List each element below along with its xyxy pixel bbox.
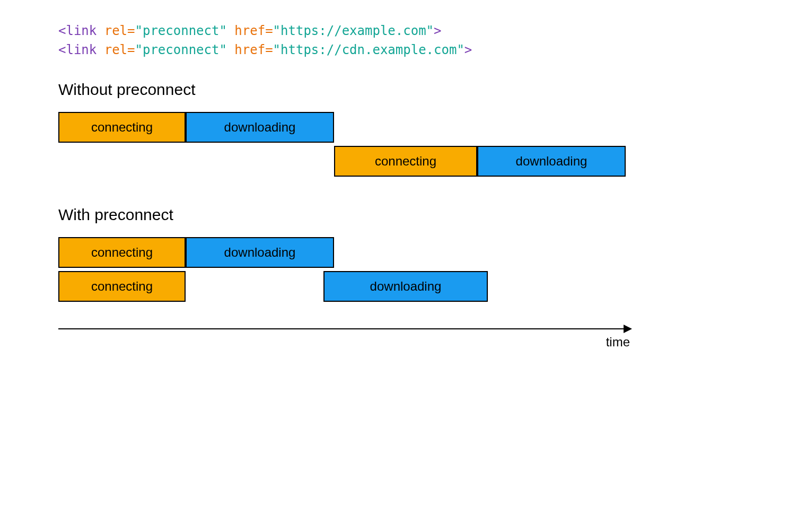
timeline-row: connecting downloading <box>58 112 626 143</box>
timeline-with-preconnect: connecting downloading connecting downlo… <box>58 237 626 302</box>
axis-label: time <box>58 335 631 350</box>
timeline-row: connecting downloading <box>58 146 626 177</box>
attr-name: rel= <box>104 23 135 38</box>
attr-value: "preconnect" <box>135 23 235 38</box>
code-line-2: <link rel="preconnect" href="https://cdn… <box>58 40 731 59</box>
code-snippet: <link rel="preconnect" href="https://exa… <box>58 21 731 59</box>
attr-name: rel= <box>104 42 135 57</box>
attr-name: href= <box>234 23 273 38</box>
timeline-row: connecting downloading <box>58 271 626 302</box>
attr-value: "preconnect" <box>135 42 235 57</box>
attr-name: href= <box>234 42 273 57</box>
bar-connecting: connecting <box>58 237 186 268</box>
code-line-1: <link rel="preconnect" href="https://exa… <box>58 21 731 40</box>
time-axis: time <box>58 328 631 350</box>
bar-downloading: downloading <box>186 237 334 268</box>
bar-connecting: connecting <box>58 271 186 302</box>
tag-open: <link <box>58 42 104 57</box>
attr-value: "https://cdn.example.com" <box>273 42 464 57</box>
attr-value: "https://example.com" <box>273 23 434 38</box>
axis-line <box>58 328 631 329</box>
bar-downloading: downloading <box>186 112 334 143</box>
tag-close: > <box>434 23 441 38</box>
tag-close: > <box>464 42 472 57</box>
bar-downloading: downloading <box>477 146 626 177</box>
tag-open: <link <box>58 23 104 38</box>
heading-without-preconnect: Without preconnect <box>58 81 731 99</box>
bar-downloading: downloading <box>323 271 488 302</box>
heading-with-preconnect: With preconnect <box>58 206 731 224</box>
bar-connecting: connecting <box>334 146 477 177</box>
bar-connecting: connecting <box>58 112 186 143</box>
timeline-without-preconnect: connecting downloading connecting downlo… <box>58 112 626 177</box>
timeline-row: connecting downloading <box>58 237 626 268</box>
